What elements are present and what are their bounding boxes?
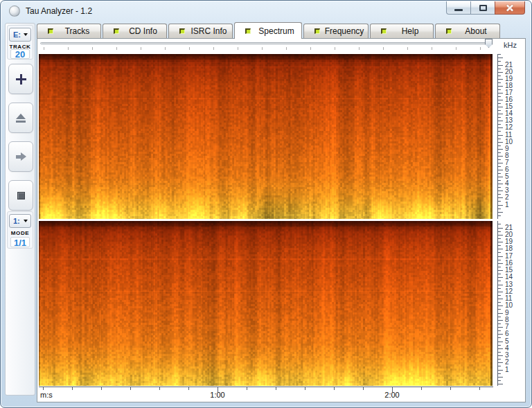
freq-tick — [498, 323, 501, 324]
freq-tick — [498, 380, 501, 381]
freq-tick — [498, 256, 503, 257]
app-window: Tau Analyzer - 1.2 TracksCD InfoISRC Inf… — [0, 0, 532, 408]
freq-tick — [498, 96, 501, 97]
time-tick — [247, 387, 247, 390]
spectrogram-channel-1 — [39, 54, 493, 219]
mode-group: 1: MODE 1/1 — [7, 211, 33, 249]
plus-button[interactable] — [8, 64, 33, 94]
freq-tick — [498, 242, 503, 242]
freq-tick — [498, 54, 501, 55]
tab-frequency[interactable]: Frequency — [303, 24, 369, 38]
freq-tick-label: 14 — [505, 274, 513, 281]
freq-tick — [498, 212, 503, 213]
freq-tick-label: 1 — [505, 202, 509, 209]
stop-button[interactable] — [8, 180, 33, 211]
tab-tracks[interactable]: Tracks — [37, 24, 101, 38]
window-title: Tau Analyzer - 1.2 — [26, 6, 92, 16]
tab-help[interactable]: Help — [370, 24, 434, 38]
freq-tick — [498, 159, 501, 160]
freq-tick — [498, 110, 501, 111]
freq-tick — [498, 313, 503, 314]
time-tick — [334, 387, 335, 390]
freq-tick — [498, 180, 501, 181]
freq-tick — [498, 355, 503, 356]
freq-tick — [498, 205, 503, 206]
tab-isrc-info[interactable]: ISRC Info — [168, 24, 233, 38]
freq-tick — [498, 57, 503, 58]
freq-tick — [498, 302, 501, 303]
tab-indicator-icon — [446, 28, 452, 34]
freq-tick — [498, 145, 501, 146]
freq-tick — [498, 170, 503, 170]
eject-button[interactable] — [8, 103, 33, 133]
drive-selector-value: E: — [13, 30, 21, 39]
freq-tick — [498, 190, 503, 191]
freq-tick — [498, 69, 501, 69]
freq-tick — [498, 224, 501, 224]
tab-about[interactable]: About — [435, 24, 500, 38]
freq-tick — [498, 277, 503, 278]
time-tick — [159, 387, 160, 390]
tab-label: About — [455, 26, 497, 36]
freq-tick — [498, 270, 503, 271]
chevron-down-icon — [24, 33, 28, 36]
freq-tick — [498, 235, 503, 236]
time-tick — [130, 387, 131, 390]
freq-tick — [498, 76, 501, 76]
slider-tick — [116, 47, 117, 50]
freq-unit-label: kHz — [504, 41, 517, 49]
freq-tick-label: 2 — [505, 359, 509, 366]
close-icon — [505, 3, 515, 12]
tab-indicator-icon — [381, 28, 387, 34]
play-button[interactable] — [8, 141, 33, 172]
slider-tick — [432, 47, 432, 50]
close-button[interactable] — [495, 1, 525, 15]
freq-tick — [498, 337, 501, 338]
titlebar[interactable]: Tau Analyzer - 1.2 — [1, 1, 531, 22]
freq-tick — [498, 201, 501, 202]
tab-spectrum[interactable]: Spectrum — [234, 22, 302, 39]
freq-tick — [498, 309, 501, 310]
freq-tick — [498, 285, 503, 285]
tab-label: Spectrum — [254, 26, 299, 36]
caption-buttons — [447, 1, 525, 15]
tab-cd-info[interactable]: CD Info — [103, 24, 167, 38]
time-tick — [72, 387, 73, 390]
freq-tick — [498, 362, 503, 363]
slider-tick — [335, 47, 335, 50]
freq-tick — [498, 281, 501, 281]
drive-track-group: E: TRACK 20 — [7, 25, 33, 60]
slider-tick — [213, 47, 214, 50]
plus-icon — [16, 74, 26, 85]
freq-tick — [498, 267, 501, 267]
freq-tick — [498, 370, 503, 371]
freq-tick — [498, 245, 501, 246]
mode-selector-dropdown[interactable]: 1: — [9, 214, 31, 228]
tab-indicator-icon — [114, 28, 119, 34]
freq-tick — [498, 317, 501, 317]
freq-tick-label: 10 — [505, 302, 513, 309]
freq-tick-label: 18 — [505, 245, 513, 252]
mode-value: 1/1 — [10, 237, 30, 247]
arrow-right-icon — [16, 152, 26, 161]
time-tick — [101, 387, 102, 390]
maximize-button[interactable] — [470, 1, 495, 15]
drive-selector-dropdown[interactable]: E: — [9, 28, 31, 42]
freq-tick — [498, 320, 503, 321]
track-number: 20 — [10, 49, 30, 59]
tab-indicator-icon — [179, 28, 185, 34]
freq-tick — [498, 228, 503, 229]
time-tick-label: 1:00 — [209, 391, 227, 399]
tab-label: Frequency — [323, 26, 365, 36]
position-slider[interactable] — [40, 42, 491, 44]
freq-tick — [498, 177, 503, 177]
slider-tick — [165, 47, 166, 50]
freq-tick — [498, 352, 501, 353]
freq-tick — [498, 231, 501, 232]
freq-tick — [498, 139, 501, 139]
minimize-button[interactable] — [446, 1, 471, 15]
slider-tick — [310, 47, 311, 50]
freq-tick — [498, 184, 503, 184]
app-icon — [9, 6, 20, 17]
tab-indicator-icon — [314, 28, 320, 34]
